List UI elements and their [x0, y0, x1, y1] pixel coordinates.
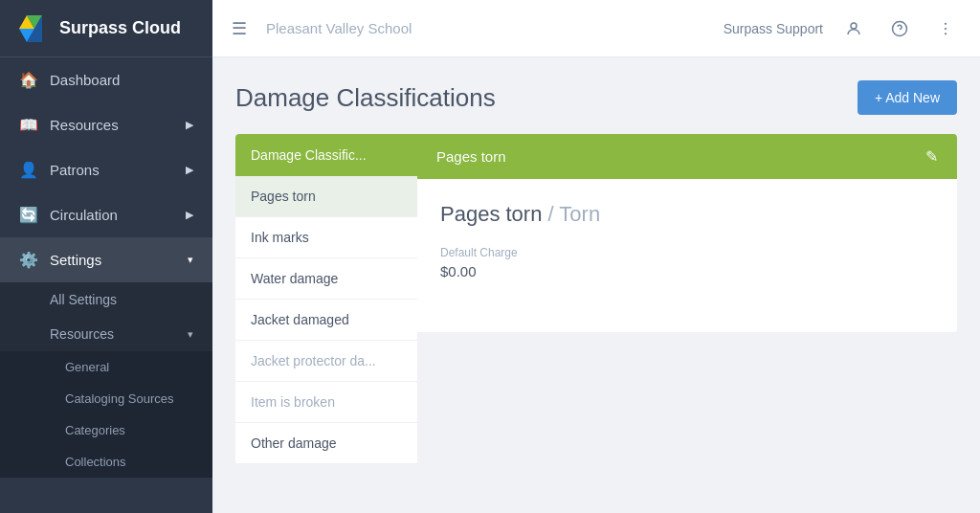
sidebar-resources-group: Resources ▾ General Cataloging Sources C… — [0, 317, 212, 478]
sidebar-item-cataloging-sources[interactable]: Cataloging Sources — [0, 383, 212, 414]
patrons-icon: 👤 — [19, 161, 38, 179]
detail-default-charge-label: Default Charge — [440, 246, 934, 259]
circulation-arrow-icon: ▶ — [186, 209, 193, 221]
sidebar-item-patrons-label: Patrons — [50, 162, 100, 178]
header: ☰ Pleasant Valley School Surpass Support — [212, 0, 980, 57]
sidebar-logo-text: Surpass Cloud — [59, 18, 181, 38]
sidebar-resources-group-label: Resources — [50, 326, 114, 342]
circulation-icon: 🔄 — [19, 206, 38, 224]
person-icon-button[interactable] — [838, 13, 869, 44]
sidebar-item-resources[interactable]: 📖 Resources ▶ — [0, 102, 212, 147]
detail-header: Pages torn ✎ — [417, 134, 957, 179]
resources-sub-menu: General Cataloging Sources Categories Co… — [0, 351, 212, 478]
sidebar-item-settings-label: Settings — [50, 252, 101, 268]
list-item-jacket-protector[interactable]: Jacket protector da... — [235, 341, 417, 382]
patrons-arrow-icon: ▶ — [186, 164, 193, 176]
surpass-logo-icon — [15, 11, 50, 46]
header-right: Surpass Support — [724, 13, 961, 44]
list-panel: Damage Classific... Pages torn Ink marks… — [235, 134, 417, 464]
sidebar-item-resources-label: Resources — [50, 117, 119, 133]
svg-point-9 — [945, 33, 947, 34]
detail-subtitle-text: / Torn — [548, 202, 601, 226]
sidebar-logo: Surpass Cloud — [0, 0, 212, 57]
list-item-ink-marks[interactable]: Ink marks — [235, 217, 417, 258]
person-icon — [845, 20, 862, 37]
resources-arrow-icon: ▶ — [186, 119, 193, 131]
sidebar-nav: 🏠 Dashboard 📖 Resources ▶ 👤 Patrons ▶ 🔄 … — [0, 57, 212, 513]
page-title: Damage Classifications — [235, 83, 858, 113]
detail-header-title: Pages torn — [436, 148, 506, 165]
sidebar-item-patrons[interactable]: 👤 Patrons ▶ — [0, 147, 212, 192]
resources-group-arrow-icon: ▾ — [188, 328, 193, 341]
help-icon-button[interactable] — [884, 13, 915, 44]
more-icon-button[interactable] — [930, 13, 961, 44]
page-header: Damage Classifications + Add New — [235, 80, 957, 115]
main-area: ☰ Pleasant Valley School Surpass Support — [212, 0, 980, 513]
school-name: Pleasant Valley School — [266, 20, 412, 36]
sidebar: Surpass Cloud 🏠 Dashboard 📖 Resources ▶ … — [0, 0, 212, 513]
sidebar-item-circulation-label: Circulation — [50, 207, 118, 223]
add-new-button[interactable]: + Add New — [858, 80, 957, 115]
detail-title-text: Pages torn — [440, 202, 542, 226]
sidebar-item-collections[interactable]: Collections — [0, 446, 212, 478]
detail-default-charge-value: $0.00 — [440, 263, 934, 279]
help-icon — [891, 20, 908, 37]
settings-arrow-icon: ▾ — [188, 254, 193, 266]
svg-point-4 — [851, 23, 857, 29]
support-label: Surpass Support — [724, 21, 823, 36]
sidebar-item-settings[interactable]: ⚙️ Settings ▾ — [0, 237, 212, 282]
sidebar-item-resources-group[interactable]: Resources ▾ — [0, 317, 212, 351]
sidebar-item-dashboard[interactable]: 🏠 Dashboard — [0, 57, 212, 102]
list-item-other-damage[interactable]: Other damage — [235, 423, 417, 464]
dashboard-icon: 🏠 — [19, 71, 38, 89]
list-panel-header: Damage Classific... — [235, 134, 417, 176]
sidebar-item-dashboard-label: Dashboard — [50, 72, 120, 88]
sidebar-item-all-settings[interactable]: All Settings — [0, 282, 212, 317]
classifications-layout: Damage Classific... Pages torn Ink marks… — [235, 134, 957, 464]
more-icon — [937, 20, 954, 37]
edit-icon-button[interactable]: ✎ — [925, 147, 938, 166]
resources-icon: 📖 — [19, 116, 38, 134]
svg-point-8 — [945, 27, 947, 29]
list-item-water-damage[interactable]: Water damage — [235, 258, 417, 300]
list-item-pages-torn[interactable]: Pages torn — [235, 176, 417, 217]
settings-icon: ⚙️ — [19, 251, 38, 269]
detail-panel: Pages torn ✎ Pages torn / Torn Default C… — [417, 134, 957, 332]
svg-point-7 — [945, 22, 947, 24]
sidebar-item-categories[interactable]: Categories — [0, 414, 212, 446]
list-item-jacket-damaged[interactable]: Jacket damaged — [235, 300, 417, 341]
list-item-item-broken[interactable]: Item is broken — [235, 382, 417, 423]
settings-submenu: All Settings Resources ▾ General Catalog… — [0, 282, 212, 478]
detail-body: Pages torn / Torn Default Charge $0.00 — [417, 179, 957, 332]
menu-icon[interactable]: ☰ — [232, 18, 247, 39]
sidebar-item-general[interactable]: General — [0, 351, 212, 383]
sidebar-item-circulation[interactable]: 🔄 Circulation ▶ — [0, 192, 212, 237]
detail-title: Pages torn / Torn — [440, 202, 934, 227]
content-area: Damage Classifications + Add New Damage … — [212, 57, 980, 513]
